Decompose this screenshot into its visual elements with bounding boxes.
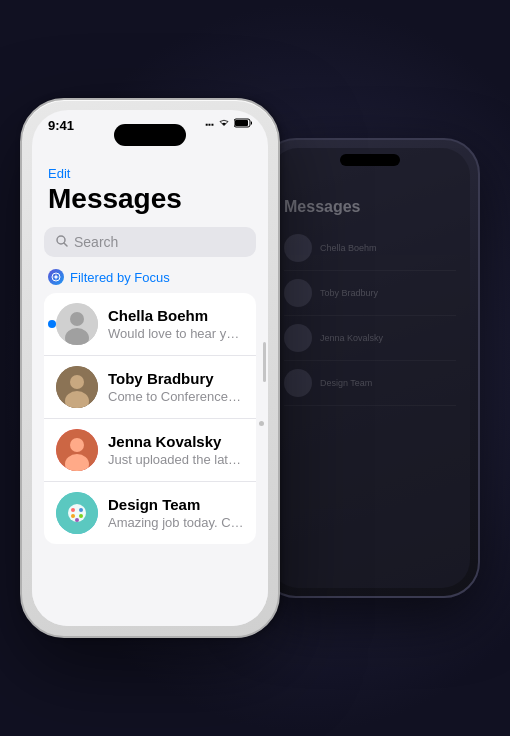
avatar: [56, 303, 98, 345]
svg-point-13: [70, 438, 84, 452]
contact-name: Toby Bradbury: [320, 288, 378, 298]
scroll-indicator: [263, 342, 266, 382]
message-preview: Come to Conference Room a Kelsey's SURPR…: [108, 389, 244, 404]
message-preview: Would love to hear your thou client's fe…: [108, 326, 244, 341]
search-placeholder: Search: [74, 234, 118, 250]
dynamic-island: [114, 124, 186, 146]
back-phone-title: Messages: [284, 198, 456, 216]
list-item: Design Team: [284, 361, 456, 406]
scene: Messages Chella Boehm Toby Bradbury Jenn…: [0, 0, 510, 736]
signal-icon: ▪▪▪: [205, 120, 214, 129]
message-preview: Just uploaded the latest ske know if you…: [108, 452, 244, 467]
avatar: [56, 492, 98, 534]
svg-point-18: [79, 508, 83, 512]
message-body: Jenna Kovalsky Just uploaded the latest …: [108, 433, 244, 467]
unread-indicator: [48, 320, 56, 328]
svg-point-20: [79, 514, 83, 518]
contact-name: Chella Boehm: [108, 307, 244, 324]
focus-label: Filtered by Focus: [70, 270, 170, 285]
message-item-chella[interactable]: Chella Boehm Would love to hear your tho…: [44, 293, 256, 356]
messages-content: Edit Messages Search: [32, 162, 268, 626]
avatar: [284, 369, 312, 397]
messages-header: Edit Messages: [32, 162, 268, 221]
message-preview: Amazing job today. Congrats team! I know…: [108, 515, 244, 530]
avatar: [56, 366, 98, 408]
svg-line-4: [64, 243, 67, 246]
message-body: Chella Boehm Would love to hear your tho…: [108, 307, 244, 341]
edit-button[interactable]: Edit: [48, 166, 252, 181]
svg-point-21: [75, 518, 79, 522]
avatar: [284, 324, 312, 352]
list-item: Jenna Kovalsky: [284, 316, 456, 361]
search-bar[interactable]: Search: [44, 227, 256, 257]
svg-point-10: [70, 375, 84, 389]
back-phone-notch: [340, 154, 400, 166]
message-list: Chella Boehm Would love to hear your tho…: [44, 293, 256, 544]
svg-point-7: [70, 312, 84, 326]
contact-name: Jenna Kovalsky: [320, 333, 383, 343]
contact-name: Design Team: [320, 378, 372, 388]
avatar: [284, 234, 312, 262]
phone-front: 9:41 ▪▪▪: [20, 98, 280, 638]
page-title: Messages: [48, 183, 252, 215]
avatar: [56, 429, 98, 471]
svg-point-17: [71, 508, 75, 512]
svg-point-19: [71, 514, 75, 518]
svg-rect-2: [251, 122, 252, 125]
contact-name: Jenna Kovalsky: [108, 433, 244, 450]
contact-name: Design Team: [108, 496, 244, 513]
back-phone-screen: Messages Chella Boehm Toby Bradbury Jenn…: [270, 148, 470, 588]
contact-name: Chella Boehm: [320, 243, 377, 253]
focus-filter: Filtered by Focus: [32, 265, 268, 293]
scroll-dot: [259, 421, 264, 426]
message-body: Design Team Amazing job today. Congrats …: [108, 496, 244, 530]
search-icon: [56, 235, 68, 250]
message-item-jenna[interactable]: Jenna Kovalsky Just uploaded the latest …: [44, 419, 256, 482]
svg-rect-1: [235, 120, 248, 126]
battery-icon: [234, 118, 252, 130]
list-item: Chella Boehm: [284, 226, 456, 271]
status-icons: ▪▪▪: [205, 118, 252, 130]
contact-name: Toby Bradbury: [108, 370, 244, 387]
wifi-icon: [218, 118, 230, 130]
status-time: 9:41: [48, 118, 74, 133]
message-body: Toby Bradbury Come to Conference Room a …: [108, 370, 244, 404]
message-item-toby[interactable]: Toby Bradbury Come to Conference Room a …: [44, 356, 256, 419]
phone-screen: 9:41 ▪▪▪: [32, 110, 268, 626]
focus-icon: [48, 269, 64, 285]
back-phone-content: Messages Chella Boehm Toby Bradbury Jenn…: [270, 188, 470, 416]
avatar: [284, 279, 312, 307]
message-item-design[interactable]: Design Team Amazing job today. Congrats …: [44, 482, 256, 544]
phone-back: Messages Chella Boehm Toby Bradbury Jenn…: [260, 138, 480, 598]
list-item: Toby Bradbury: [284, 271, 456, 316]
